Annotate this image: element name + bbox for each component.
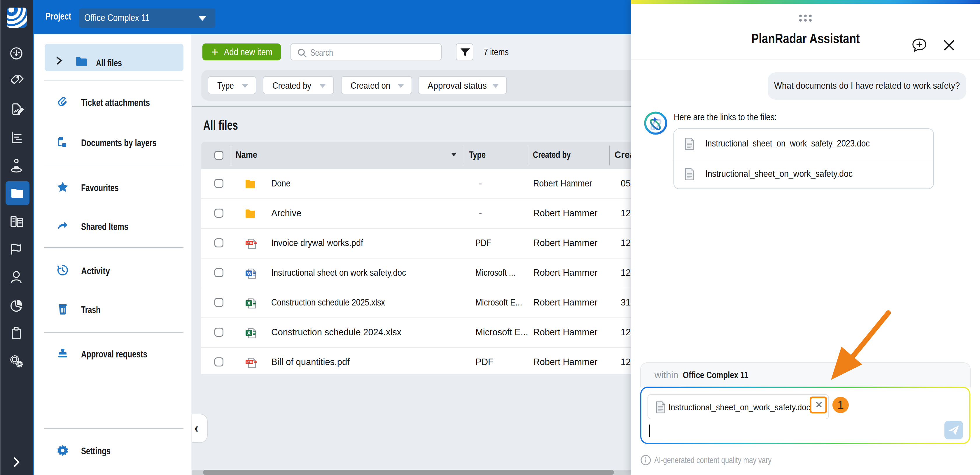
svg-text:PDF: PDF: [247, 241, 253, 245]
svg-text:W: W: [247, 271, 252, 276]
svg-text:X: X: [247, 331, 251, 336]
svg-text:X: X: [247, 301, 251, 306]
svg-text:PDF: PDF: [247, 360, 253, 364]
